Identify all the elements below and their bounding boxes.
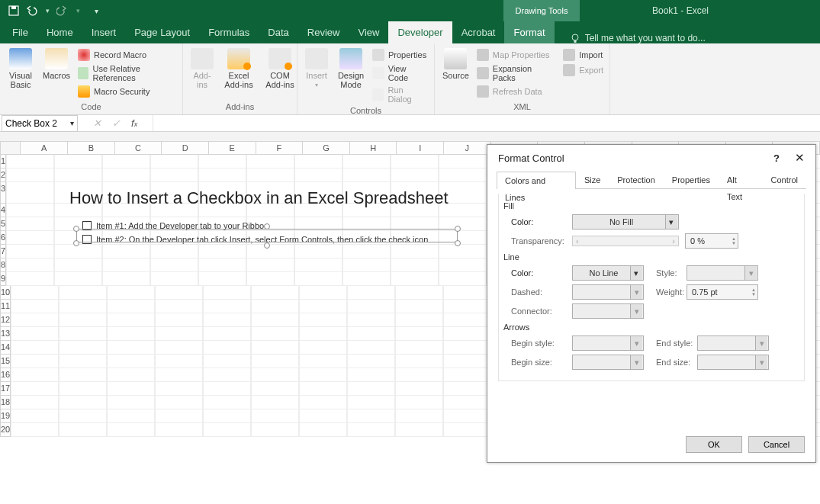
cell[interactable]	[347, 300, 395, 313]
cell[interactable]	[251, 313, 299, 327]
cell[interactable]	[347, 286, 395, 300]
cell[interactable]	[11, 313, 59, 327]
cell[interactable]	[294, 272, 342, 286]
undo-icon[interactable]	[26, 5, 38, 17]
cell[interactable]	[203, 396, 251, 409]
cell[interactable]	[203, 355, 251, 368]
dlg-tab-control[interactable]: Control	[763, 171, 806, 188]
cell[interactable]	[347, 355, 395, 368]
enter-formula-icon[interactable]: ✓	[112, 117, 121, 129]
cell[interactable]	[150, 258, 198, 272]
row-header[interactable]: 4	[0, 204, 6, 217]
map-props-button[interactable]: Map Properties	[475, 48, 558, 62]
cell[interactable]	[443, 423, 491, 437]
cell[interactable]	[59, 423, 107, 437]
cell[interactable]	[439, 155, 487, 169]
cell[interactable]	[150, 169, 198, 182]
cell[interactable]	[443, 382, 491, 396]
cell[interactable]	[395, 286, 443, 300]
column-header[interactable]: E	[209, 141, 256, 155]
cell[interactable]	[299, 341, 347, 355]
cell[interactable]	[443, 300, 491, 313]
cell[interactable]	[107, 368, 155, 382]
select-all-corner[interactable]	[0, 141, 21, 155]
dlg-tab-colors[interactable]: Colors and Lines	[497, 172, 576, 189]
resize-handle[interactable]	[73, 226, 79, 232]
cell[interactable]	[59, 409, 107, 423]
tab-format[interactable]: Format	[504, 21, 554, 43]
cell[interactable]	[155, 396, 203, 409]
cancel-formula-icon[interactable]: ✕	[93, 117, 101, 129]
cell[interactable]	[203, 327, 251, 341]
cell[interactable]	[198, 245, 246, 258]
cell[interactable]	[155, 327, 203, 341]
cell[interactable]	[107, 300, 155, 313]
cell[interactable]	[299, 313, 347, 327]
cell[interactable]	[391, 258, 439, 272]
cell[interactable]	[6, 245, 54, 258]
view-code-button[interactable]: View Code	[371, 63, 429, 83]
cell[interactable]	[59, 313, 107, 327]
cell[interactable]	[6, 231, 54, 245]
cell[interactable]	[11, 382, 59, 396]
cell[interactable]	[59, 396, 107, 409]
macros-button[interactable]: Macros	[40, 47, 73, 82]
cell[interactable]	[347, 409, 395, 423]
cell[interactable]	[443, 341, 491, 355]
cell[interactable]	[155, 286, 203, 300]
cell[interactable]	[203, 300, 251, 313]
cell[interactable]	[155, 382, 203, 396]
insert-control-button[interactable]: Insert▾	[302, 47, 331, 90]
cell[interactable]	[155, 409, 203, 423]
cell[interactable]	[342, 169, 391, 182]
column-header[interactable]: H	[350, 141, 397, 155]
cell[interactable]	[59, 355, 107, 368]
cell[interactable]	[6, 258, 54, 272]
cell[interactable]	[198, 258, 246, 272]
cell[interactable]	[391, 155, 439, 169]
cell[interactable]	[155, 368, 203, 382]
cell[interactable]	[246, 245, 294, 258]
row-header[interactable]: 10	[0, 286, 11, 300]
row-header[interactable]: 15	[0, 355, 11, 368]
cell[interactable]	[102, 245, 150, 258]
tab-data[interactable]: Data	[259, 21, 297, 43]
row-header[interactable]: 1	[0, 155, 6, 169]
cell[interactable]	[6, 272, 54, 286]
tell-me[interactable]: Tell me what you want to do...	[570, 33, 706, 43]
selection-frame[interactable]	[76, 229, 458, 242]
cell[interactable]	[294, 245, 342, 258]
cell[interactable]	[11, 355, 59, 368]
cell[interactable]	[11, 341, 59, 355]
formula-input[interactable]	[153, 115, 820, 131]
cell[interactable]	[395, 313, 443, 327]
cell[interactable]	[342, 258, 391, 272]
cell[interactable]	[251, 382, 299, 396]
row-header[interactable]: 5	[0, 217, 6, 231]
import-button[interactable]: Import	[561, 48, 605, 62]
expansion-packs-button[interactable]: Expansion Packs	[475, 63, 558, 83]
cell[interactable]	[59, 300, 107, 313]
qat-customize-icon[interactable]: ▾	[90, 5, 102, 17]
row-header[interactable]: 6	[0, 231, 6, 245]
fx-icon[interactable]: fx	[131, 117, 137, 129]
cell[interactable]	[107, 355, 155, 368]
cell[interactable]	[102, 169, 150, 182]
cell[interactable]	[6, 155, 54, 169]
cancel-button[interactable]: Cancel	[748, 436, 805, 453]
row-header[interactable]: 9	[0, 272, 6, 286]
column-header[interactable]: B	[68, 141, 115, 155]
run-dialog-button[interactable]: Run Dialog	[371, 85, 429, 104]
line-color-combo[interactable]: No Line▾	[572, 265, 644, 281]
cell[interactable]	[203, 423, 251, 437]
cell[interactable]	[203, 341, 251, 355]
tab-page-layout[interactable]: Page Layout	[125, 21, 199, 43]
cell[interactable]	[294, 169, 342, 182]
cell[interactable]	[443, 286, 491, 300]
column-header[interactable]: J	[444, 141, 491, 155]
cell[interactable]	[299, 300, 347, 313]
cell[interactable]	[107, 286, 155, 300]
cell[interactable]	[395, 300, 443, 313]
tab-home[interactable]: Home	[37, 21, 82, 43]
cell[interactable]	[198, 169, 246, 182]
